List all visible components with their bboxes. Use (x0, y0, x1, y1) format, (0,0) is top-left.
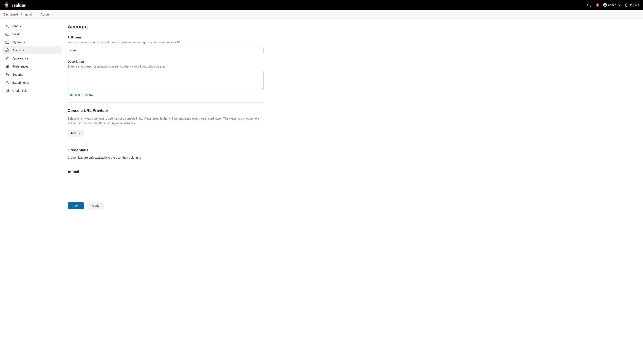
svg-point-4 (6, 4, 6, 4)
search-button[interactable] (587, 3, 591, 7)
preview-link[interactable]: Preview (83, 93, 93, 96)
user-icon (5, 24, 9, 28)
sidebar-item-builds[interactable]: Builds (2, 30, 62, 38)
sidebar-item-label: Preferences (12, 65, 28, 68)
breadcrumb: Dashboard admin Account (0, 10, 643, 19)
views-icon (5, 40, 9, 44)
svg-rect-12 (6, 33, 9, 36)
flask-icon (5, 80, 9, 85)
sidebar-item-appearance[interactable]: Appearance (2, 54, 62, 62)
svg-line-7 (590, 6, 591, 7)
sidebar-item-label: Builds (12, 32, 21, 36)
sidebar-item-label: My Views (12, 40, 25, 44)
svg-point-26 (7, 90, 8, 91)
sidebar-item-label: Status (12, 24, 21, 28)
svg-point-21 (6, 65, 7, 66)
description-label: Description (68, 60, 264, 63)
svg-point-6 (587, 4, 590, 6)
sliders-icon (5, 64, 9, 68)
credentials-title: Credentials (68, 148, 264, 152)
breadcrumb-admin[interactable]: admin (25, 13, 33, 16)
save-button[interactable]: Save (68, 202, 84, 210)
svg-point-23 (7, 67, 7, 68)
search-icon (587, 3, 591, 7)
logout-icon (625, 3, 629, 7)
alerts-count-badge: 1 (596, 4, 599, 7)
sidebar-item-label: Credentials (12, 89, 28, 92)
description-block: Description Enter a short description ab… (68, 60, 264, 97)
breadcrumb-account[interactable]: Account (41, 13, 52, 16)
fullname-input[interactable] (68, 47, 264, 54)
sidebar-item-credentials[interactable]: Credentials (2, 87, 62, 95)
logout-button[interactable]: log out (625, 3, 639, 7)
brush-icon (5, 56, 9, 60)
security-alerts-button[interactable]: 1 (595, 4, 599, 7)
svg-point-11 (7, 25, 8, 26)
jenkins-logo-icon (4, 2, 9, 8)
user-menu-button[interactable]: admin (603, 3, 621, 7)
section-divider (68, 163, 264, 163)
svg-point-9 (604, 4, 605, 5)
section-divider (68, 102, 264, 102)
console-provider-add-button[interactable]: Add (68, 130, 84, 137)
breadcrumb-dashboard[interactable]: Dashboard (4, 13, 18, 16)
id-icon (5, 88, 9, 93)
svg-point-17 (7, 50, 8, 51)
gear-icon (5, 48, 9, 52)
page-title: Account (68, 24, 264, 30)
fullname-label: Full name (68, 36, 264, 39)
description-textarea[interactable] (68, 71, 264, 90)
chevron-down-icon (78, 132, 81, 135)
description-help: Enter a short description about yourself… (68, 64, 264, 69)
sidebar-item-account[interactable]: Account (2, 46, 62, 54)
fullname-help: We recommend using your real name so peo… (68, 40, 264, 44)
app-header: Jenkins 1 admin log out (0, 0, 643, 10)
add-button-label: Add (71, 132, 76, 135)
sidebar-item-my-views[interactable]: My Views (2, 38, 62, 46)
brand-name: Jenkins (12, 3, 26, 8)
username-label: admin (608, 4, 616, 7)
sidebar-item-experiments[interactable]: Experiments (2, 78, 62, 87)
email-title: E-mail (68, 169, 264, 174)
svg-rect-15 (6, 41, 9, 44)
sidebar-item-label: Appearance (12, 57, 29, 60)
logout-label: log out (630, 4, 639, 7)
svg-rect-24 (6, 74, 9, 76)
form-action-bar: Save Apply (64, 199, 643, 212)
builds-icon (5, 32, 9, 36)
content-scroll[interactable]: Account Full name We recommend using you… (64, 19, 643, 364)
sidebar-item-status[interactable]: Status (2, 22, 62, 30)
chevron-right-icon (36, 12, 39, 16)
apply-button[interactable]: Apply (87, 202, 104, 210)
console-provider-title: Console URL Provider (68, 108, 264, 113)
plain-text-link[interactable]: Plain text (68, 93, 80, 96)
chevron-right-icon (20, 12, 23, 16)
chevron-down-icon (617, 3, 621, 7)
svg-point-5 (7, 4, 8, 4)
sidebar-item-security[interactable]: Security (2, 70, 62, 78)
section-divider (68, 142, 264, 142)
fullname-block: Full name We recommend using your real n… (68, 36, 264, 54)
user-circle-icon (603, 3, 607, 7)
console-provider-help: Select which view you want to use for bu… (68, 116, 264, 126)
credentials-note: Credentials are only available to the us… (68, 156, 264, 159)
brand-area[interactable]: Jenkins (4, 2, 26, 8)
lock-icon (5, 72, 9, 77)
sidebar-item-preferences[interactable]: Preferences (2, 62, 62, 70)
svg-point-22 (8, 66, 8, 67)
sidebar-item-label: Account (12, 49, 24, 52)
sidebar-nav: Status Builds My Views Account Appearanc… (0, 19, 64, 364)
sidebar-item-label: Security (12, 73, 23, 76)
sidebar-item-label: Experiments (12, 81, 29, 84)
